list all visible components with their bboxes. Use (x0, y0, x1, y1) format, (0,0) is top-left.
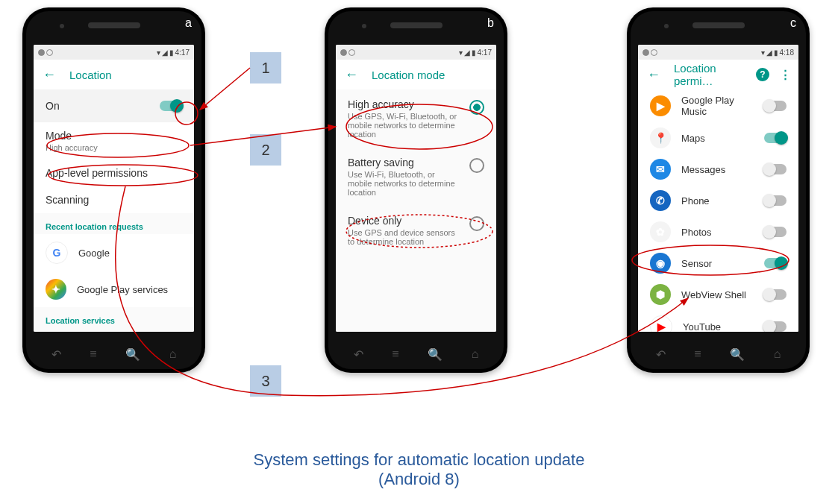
app-name-label: Photos (681, 227, 754, 238)
app-name-label: Sensor (681, 258, 754, 269)
app-permission-row[interactable]: ✆Phone (638, 185, 798, 216)
app-label: Google Play services (77, 284, 182, 295)
nav-buttons: ↶≡🔍⌂ (325, 347, 507, 362)
opt3-title: Device only (348, 215, 460, 227)
opt2-sub: Use Wi-Fi, Bluetooth, or mobile networks… (348, 170, 460, 197)
app-name-label: Messages (681, 164, 754, 175)
permission-toggle[interactable] (764, 164, 787, 174)
app-permission-row[interactable]: ✉Messages (638, 154, 798, 185)
app-icon: ✉ (650, 159, 671, 180)
nav-buttons: ↶ ≡ 🔍 ⌂ (22, 347, 205, 362)
app-name-label: WebView Shell (681, 289, 754, 300)
phone-label-c: c (790, 16, 796, 30)
app-permission-row[interactable]: ✿Photos (638, 216, 798, 248)
svg-line-3 (200, 68, 250, 110)
status-bar: ▾◢▮4:17 (336, 45, 496, 60)
opt1-sub: Use GPS, Wi-Fi, Bluetooth, or mobile net… (348, 112, 460, 139)
scanning-label: Scanning (46, 194, 182, 206)
opt2-title: Battery saving (348, 157, 460, 168)
permission-toggle[interactable] (764, 321, 787, 332)
permission-toggle[interactable] (764, 227, 787, 237)
app-level-permissions-row[interactable]: App-level permissions (34, 160, 194, 186)
caption: System settings for automatic location u… (254, 450, 585, 489)
mode-title: Mode (46, 130, 182, 142)
clock: 4:17 (175, 48, 190, 57)
permission-toggle[interactable] (764, 289, 787, 300)
app-permission-row[interactable]: 📍Maps (638, 122, 798, 154)
app-name-label: Google Play Music (681, 95, 754, 117)
opt1-title: High accuracy (348, 98, 460, 110)
app-icon: ▶ (650, 95, 671, 116)
scanning-row[interactable]: Scanning (34, 186, 194, 213)
back-icon[interactable]: ← (345, 67, 358, 83)
nav-buttons: ↶≡🔍⌂ (627, 347, 810, 362)
phone-label-b: b (487, 16, 494, 30)
toggle-switch[interactable] (160, 101, 182, 111)
back-icon[interactable]: ← (647, 67, 660, 83)
back-icon[interactable]: ← (43, 67, 56, 83)
recent-nav-icon[interactable]: ≡ (90, 347, 96, 362)
play-services-icon: ✦ (46, 279, 66, 300)
back-nav-icon[interactable]: ↶ (51, 347, 61, 362)
permission-toggle[interactable] (764, 195, 787, 206)
app-permission-row[interactable]: ◉Sensor (638, 248, 798, 279)
recent-app-playservices[interactable]: ✦ Google Play services (34, 271, 194, 307)
applevel-label: App-level permissions (46, 167, 182, 179)
status-bar: ▾◢▮4:18 (638, 45, 798, 60)
caption-line1: System settings for automatic location u… (254, 450, 585, 470)
option-high-accuracy[interactable]: High accuracy Use GPS, Wi-Fi, Bluetooth,… (336, 89, 496, 148)
search-nav-icon[interactable]: 🔍 (125, 347, 140, 362)
signal-icon: ◢ (162, 48, 168, 57)
page-title: Location permi… (674, 62, 742, 87)
page-title: Location mode (372, 69, 445, 81)
radio-button[interactable] (469, 158, 484, 173)
recent-app-google[interactable]: G Google (34, 234, 194, 271)
overflow-menu-icon[interactable]: ⋮ (780, 68, 789, 81)
mode-row[interactable]: Mode High accuracy (34, 122, 194, 160)
help-icon[interactable]: ? (756, 68, 769, 81)
battery-icon: ▮ (169, 48, 174, 57)
radio-button[interactable] (469, 216, 484, 231)
caption-line2: (Android 8) (254, 470, 585, 489)
clock: 4:17 (478, 48, 492, 57)
google-icon: G (46, 242, 68, 264)
permission-toggle[interactable] (764, 258, 787, 268)
option-device-only[interactable]: Device only Use GPS and device sensors t… (336, 206, 496, 255)
page-title: Location (69, 69, 112, 81)
opt3-sub: Use GPS and device sensors to determine … (348, 228, 460, 246)
phone-label-a: a (185, 16, 192, 30)
app-name-label: Phone (681, 195, 754, 207)
section-services: Location services (34, 307, 194, 328)
app-icon: ⬢ (650, 284, 671, 305)
step-marker-3: 3 (250, 365, 281, 397)
section-recent: Recent location requests (34, 213, 194, 234)
home-nav-icon[interactable]: ⌂ (169, 347, 177, 362)
clock: 4:18 (780, 48, 794, 57)
app-icon: ◉ (650, 253, 671, 274)
app-icon: ✿ (650, 221, 671, 242)
app-permission-row[interactable]: ▶Google Play Music (638, 89, 798, 122)
app-icon: 📍 (650, 127, 671, 148)
radio-button[interactable] (469, 100, 484, 115)
option-battery-saving[interactable]: Battery saving Use Wi-Fi, Bluetooth, or … (336, 148, 496, 206)
app-permission-row[interactable]: ▶YouTube (638, 310, 798, 332)
step-marker-1: 1 (250, 52, 281, 84)
on-label: On (46, 100, 60, 112)
app-name-label: YouTube (683, 321, 754, 333)
app-name-label: Maps (681, 133, 754, 144)
app-permission-row[interactable]: ⬢WebView Shell (638, 279, 798, 310)
app-label: Google (78, 248, 182, 259)
permission-toggle[interactable] (764, 133, 787, 143)
permission-toggle[interactable] (764, 101, 787, 111)
step-marker-2: 2 (250, 134, 281, 166)
app-icon: ✆ (650, 190, 671, 211)
app-icon: ▶ (650, 315, 672, 332)
wifi-icon: ▾ (157, 48, 160, 57)
status-bar: ▾◢▮4:17 (34, 45, 194, 60)
mode-subtitle: High accuracy (46, 143, 182, 152)
location-master-toggle[interactable]: On (34, 89, 194, 122)
